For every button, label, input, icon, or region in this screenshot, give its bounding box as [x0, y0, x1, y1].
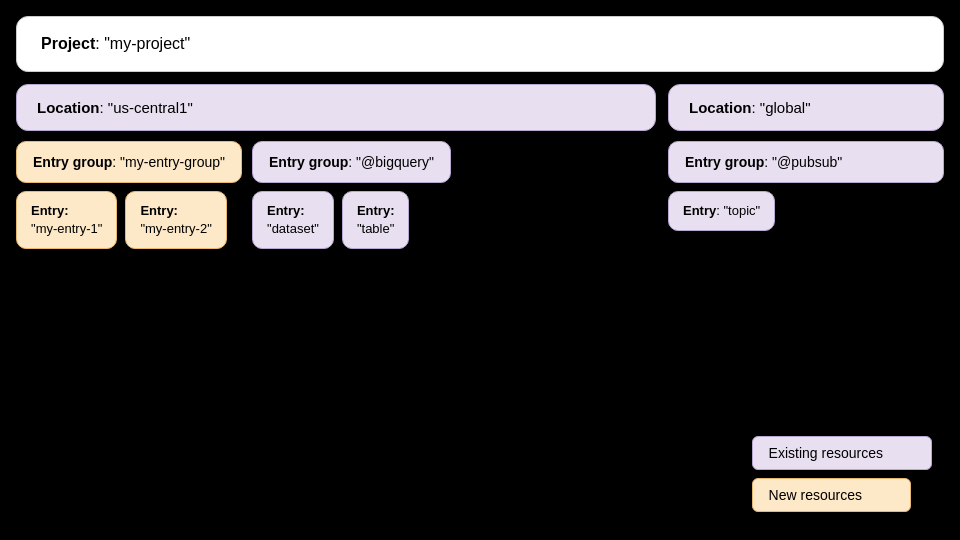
- entry-dataset-value: dataset: [272, 221, 315, 236]
- location-col-left: Location: "us-central1" Entry group: "my…: [16, 84, 656, 524]
- entry-group-bigquery-value: @bigquery: [361, 154, 429, 170]
- legend-existing-box: Existing resources: [752, 436, 932, 470]
- entry-topic: Entry: "topic": [668, 191, 775, 231]
- location-box-global: Location: "global": [668, 84, 944, 131]
- entry-my-entry-1-value: my-entry-1: [36, 221, 98, 236]
- entry-table: Entry: "table": [342, 191, 410, 249]
- location-value-right: global: [765, 99, 805, 116]
- location-value-left: us-central1: [113, 99, 187, 116]
- entry-group-my-entry-group: Entry group: "my-entry-group": [16, 141, 242, 183]
- entry-table-value: table: [362, 221, 390, 236]
- project-box: Project: "my-project": [16, 16, 944, 72]
- entries-row-pubsub: Entry: "topic": [668, 191, 944, 231]
- entry-my-entry-2-value: my-entry-2: [145, 221, 207, 236]
- legend-new: New resources: [752, 478, 932, 512]
- project-value: my-project: [110, 35, 185, 52]
- entry-group-pubsub: Entry group: "@pubsub": [668, 141, 944, 183]
- entry-topic-value: topic: [728, 203, 755, 218]
- left-entry-groups: Entry group: "my-entry-group" Entry: "my…: [16, 141, 656, 249]
- entry-group-pubsub-value: @pubsub: [777, 154, 837, 170]
- entry-dataset: Entry: "dataset": [252, 191, 334, 249]
- location-box-us-central1: Location: "us-central1": [16, 84, 656, 131]
- entry-group-my-value: my-entry-group: [125, 154, 220, 170]
- entries-row-bigquery: Entry: "dataset" Entry: "table": [252, 191, 451, 249]
- entry-group-col-bigquery: Entry group: "@bigquery" Entry: "dataset…: [252, 141, 451, 249]
- entry-my-entry-2: Entry: "my-entry-2": [125, 191, 226, 249]
- project-label: Project: [41, 35, 95, 52]
- legend-existing: Existing resources: [752, 436, 932, 470]
- legend-new-box: New resources: [752, 478, 911, 512]
- entry-group-col-pubsub: Entry group: "@pubsub" Entry: "topic": [668, 141, 944, 231]
- legend-existing-label: Existing resources: [769, 445, 883, 461]
- entry-my-entry-1: Entry: "my-entry-1": [16, 191, 117, 249]
- entry-group-col-my: Entry group: "my-entry-group" Entry: "my…: [16, 141, 242, 249]
- legend: Existing resources New resources: [752, 436, 932, 512]
- legend-new-label: New resources: [769, 487, 862, 503]
- entry-group-bigquery: Entry group: "@bigquery": [252, 141, 451, 183]
- location-label-left: Location: [37, 99, 100, 116]
- entries-row-my: Entry: "my-entry-1" Entry: "my-entry-2": [16, 191, 242, 249]
